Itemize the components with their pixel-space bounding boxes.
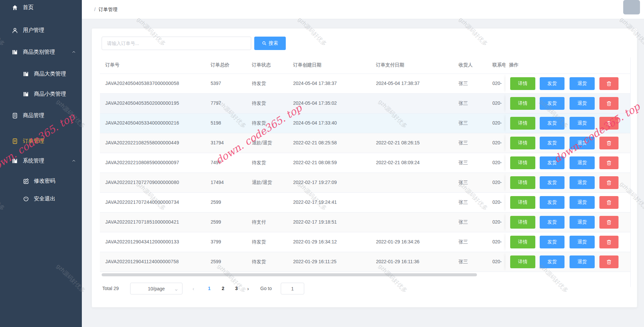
return-button[interactable]: 退货 — [570, 255, 595, 268]
power-icon — [23, 196, 29, 202]
cell-contact: 020- — [492, 239, 505, 244]
row-actions: 详情发货退货 — [505, 133, 630, 153]
detail-button[interactable]: 详情 — [510, 156, 535, 169]
sidebar-item-订单管理[interactable]: 订单管理 — [0, 134, 82, 148]
detail-button[interactable]: 详情 — [510, 196, 535, 209]
row-actions: 详情发货退货 — [505, 74, 630, 93]
cell-contact: 020- — [492, 180, 505, 185]
delete-button[interactable] — [599, 236, 619, 248]
ship-button[interactable]: 发货 — [540, 236, 565, 248]
ship-button[interactable]: 发货 — [540, 97, 565, 110]
delete-button[interactable] — [599, 117, 619, 130]
ship-button[interactable]: 发货 — [540, 176, 565, 189]
cell-paid: 2022-01-29 16:34:26 — [376, 239, 420, 244]
return-button[interactable]: 退货 — [570, 77, 595, 90]
sidebar-item-商品管理[interactable]: 商品管理 — [0, 108, 82, 123]
ship-button[interactable]: 发货 — [540, 196, 565, 209]
search-input[interactable] — [102, 37, 251, 50]
ship-button[interactable]: 发货 — [540, 117, 565, 130]
avatar[interactable] — [623, 0, 640, 14]
sidebar-item-安全退出[interactable]: 安全退出 — [0, 191, 82, 206]
detail-button[interactable]: 详情 — [510, 97, 535, 110]
delete-button[interactable] — [599, 196, 619, 209]
detail-button[interactable]: 详情 — [510, 137, 535, 149]
sidebar-item-label: 商品大类管理 — [34, 71, 66, 78]
cell-order_no: JAVA20220221080859000000097 — [105, 160, 179, 165]
cell-receiver: 张三 — [459, 180, 468, 186]
delete-button[interactable] — [599, 156, 619, 169]
next-page-button[interactable]: › — [247, 286, 249, 291]
column-header-total: 订单总价 — [211, 62, 229, 68]
return-button[interactable]: 退货 — [570, 236, 595, 248]
cell-total: 17494 — [211, 180, 224, 185]
cell-total: 2599 — [211, 259, 221, 264]
return-button[interactable]: 退货 — [570, 176, 595, 189]
ship-button[interactable]: 发货 — [540, 137, 565, 149]
ship-button[interactable]: 发货 — [540, 216, 565, 229]
cell-created: 2022-02-17 19:24:41 — [293, 199, 337, 205]
document-icon — [12, 138, 18, 144]
detail-button[interactable]: 详情 — [510, 77, 535, 90]
sidebar-item-用户管理[interactable]: 用户管理 — [0, 23, 82, 38]
return-button[interactable]: 退货 — [570, 216, 595, 229]
delete-button[interactable] — [599, 137, 619, 149]
goto-label: Go to — [260, 286, 272, 291]
sidebar-item-商品小类管理[interactable]: 商品小类管理 — [0, 87, 82, 101]
table-row: JAVA202202170718510000004212599待支付2022-0… — [100, 213, 630, 232]
goto-page-input[interactable] — [281, 283, 304, 294]
table-row: JAVA202201290434120000001333799待发货2022-0… — [100, 232, 630, 252]
sidebar-item-首页[interactable]: 首页 — [0, 0, 82, 15]
page-size-label: 10/page — [148, 286, 165, 291]
detail-button[interactable]: 详情 — [510, 255, 535, 268]
cell-order_no: JAVA20220217072709000000080 — [105, 180, 179, 185]
page-number-1[interactable]: 1 — [205, 286, 214, 291]
cell-order_no: JAVA20240504053837000000058 — [105, 81, 179, 86]
order-management-card: 搜索 订单号订单总价订单状态订单创建日期订单支付日期收货人联系电话操作 JAVA… — [92, 28, 637, 308]
sidebar-item-商品大类管理[interactable]: 商品大类管理 — [0, 66, 82, 81]
cell-status: 待发货 — [252, 100, 266, 106]
return-button[interactable]: 退货 — [570, 97, 595, 110]
delete-button[interactable] — [599, 97, 619, 110]
page-number-2[interactable]: 2 — [219, 286, 227, 291]
sidebar-item-label: 商品小类管理 — [34, 91, 66, 98]
detail-button[interactable]: 详情 — [510, 236, 535, 248]
cell-contact: 020- — [492, 81, 505, 86]
sidebar-item-修改密码[interactable]: 修改密码 — [0, 174, 82, 188]
column-header-paid: 订单支付日期 — [376, 62, 404, 68]
page-size-select[interactable]: 10/page — [130, 283, 182, 294]
delete-button[interactable] — [599, 255, 619, 268]
return-button[interactable]: 退货 — [570, 156, 595, 169]
detail-button[interactable]: 详情 — [510, 176, 535, 189]
return-button[interactable]: 退货 — [570, 117, 595, 130]
pagination: Total 29 10/page ‹ 123 › Go to — [92, 283, 637, 295]
detail-button[interactable]: 详情 — [510, 117, 535, 130]
column-header-contact: 联系电话 — [492, 62, 505, 68]
cell-total: 31794 — [211, 140, 224, 145]
search-button[interactable]: 搜索 — [254, 37, 286, 50]
cell-paid: 2024-05-04 17:38:37 — [376, 81, 420, 86]
cell-order_no: JAVA20220217072440000000734 — [105, 199, 179, 205]
ship-button[interactable]: 发货 — [540, 156, 565, 169]
ship-button[interactable]: 发货 — [540, 77, 565, 90]
horizontal-scrollbar[interactable] — [102, 273, 477, 276]
return-button[interactable]: 退货 — [570, 196, 595, 209]
sidebar-item-label: 订单管理 — [23, 138, 44, 145]
breadcrumb-separator: / — [94, 7, 96, 12]
row-actions: 详情发货退货 — [505, 153, 630, 173]
return-button[interactable]: 退货 — [570, 137, 595, 149]
table-row: JAVA2022022108255800000044931794退款/退货202… — [100, 133, 630, 153]
trash-icon — [606, 81, 612, 87]
sidebar-item-label: 用户管理 — [23, 27, 44, 34]
cell-total: 7797 — [211, 100, 221, 106]
cell-total: 5198 — [211, 120, 221, 126]
detail-button[interactable]: 详情 — [510, 216, 535, 229]
ship-button[interactable]: 发货 — [540, 255, 565, 268]
sidebar-item-商品类别管理[interactable]: 商品类别管理 — [0, 45, 82, 59]
delete-button[interactable] — [599, 216, 619, 229]
sidebar-item-系统管理[interactable]: 系统管理 — [0, 153, 82, 168]
page-number-3[interactable]: 3 — [232, 286, 241, 291]
prev-page-button[interactable]: ‹ — [193, 286, 194, 291]
delete-button[interactable] — [599, 176, 619, 189]
cell-status: 待发货 — [252, 81, 266, 87]
delete-button[interactable] — [599, 77, 619, 90]
